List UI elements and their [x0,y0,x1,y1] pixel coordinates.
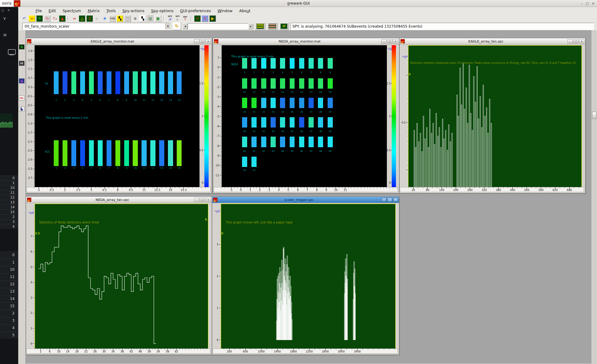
matrix-canvas-w1[interactable]: 1.91.51.10.70.3-0.1-0.5-0.9-1.3-1.7-2.1-… [26,45,210,192]
window-titlebar[interactable]: G+scaler_trigger.spc–□× [212,197,399,203]
window-minimize-button[interactable]: – [381,39,387,43]
list-item[interactable]: 13 [0,288,18,295]
close-spectrum-icon[interactable]: × [194,15,201,22]
list-item[interactable]: 14 [0,295,18,302]
menu-window[interactable]: Window [214,8,236,14]
menu-spectrum[interactable]: Spectrum [59,8,84,14]
window-minimize-button[interactable]: – [194,39,199,43]
marker-icon[interactable]: ▚ [117,15,123,22]
list-item[interactable]: 11 [0,273,18,281]
window-maximize-button[interactable]: □ [387,198,392,202]
window-maximize-button[interactable]: □ [200,39,205,43]
list-item[interactable]: 15 [0,209,18,214]
screen-maximize-button[interactable]: □ [585,2,588,5]
list-item[interactable]: 1 [0,259,18,266]
list-item[interactable]: 12 [0,281,18,288]
reload-list-button[interactable]: ↻ [172,22,181,30]
swap-axes-button[interactable]: ⇄ [279,22,288,30]
window-close-button[interactable]: × [393,39,398,43]
list-item[interactable]: 2 [0,214,18,219]
window-close-button[interactable]: × [393,198,398,202]
chevron-down-icon[interactable]: ∨ [3,16,6,21]
window-titlebar[interactable]: G+EAGLE_array_fan.spc–□× [400,38,585,45]
list-item[interactable]: 12 [0,195,18,200]
menu-file[interactable]: File [32,8,45,14]
matrix-view-toggle-2[interactable] [267,22,278,30]
spectrum-scrollbar[interactable]: ◀ ▶ [183,23,253,29]
sum-icon[interactable]: Σ [86,15,93,22]
undo-icon[interactable]: ↶ [21,15,28,22]
fit-spectrum-icon[interactable]: ▲ [59,15,66,22]
divide-2-icon[interactable]: ½ [44,15,50,22]
matrix-grid-icon[interactable]: ▦ [155,15,161,22]
spy-restart-icon[interactable]: SPY↺ [167,15,173,22]
window-titlebar[interactable]: G+NEDA_array_monitor.mat–□× [213,38,399,45]
screen-close-button[interactable]: × [592,2,595,5]
list-item[interactable]: 13 [0,200,18,205]
window-minimize-button[interactable]: – [568,39,573,43]
list-item[interactable]: 10 [0,185,18,190]
window-titlebar[interactable]: G+EAGLE_array_monitor.mat–□× [26,38,212,45]
print-icon[interactable]: ▤ [147,15,154,22]
play-icon[interactable]: ▷ [94,15,101,22]
hamburger-menu-icon[interactable]: ≡ [3,32,7,38]
monitor-icon[interactable] [8,49,16,55]
menu-edit[interactable]: Edit [45,8,59,14]
scroll-left-icon[interactable]: ◀ [183,23,188,29]
close-window-icon[interactable]: × [7,9,10,12]
menu-tools[interactable]: Tools [103,8,119,14]
spectrum-canvas-w4[interactable]: 76543210*106Statistics of Neda detectors… [26,203,210,354]
list-item[interactable]: 15 [0,302,18,310]
matrix-view-toggle-1[interactable] [255,22,265,30]
spectra-list-icon[interactable]: S [19,44,25,49]
list-item[interactable]: 2 [0,310,18,317]
list-item[interactable]: 0 [0,251,18,259]
cpu-graph-thumbnail[interactable] [0,114,13,128]
scroll-right-icon[interactable]: ▶ [248,23,253,29]
zoom-2d-icon[interactable]: ⊕ [132,15,138,22]
list-item[interactable]: 4 [0,224,18,229]
window-close-button[interactable]: × [206,198,211,202]
checkerboard-icon[interactable]: ▚ [139,15,146,22]
list-item[interactable]: 14 [0,205,18,209]
draw-style-icon[interactable]: ◆ [19,78,25,83]
menu-matrix[interactable]: Matrix [84,8,103,14]
se-icon[interactable]: SE [19,61,25,66]
window-maximize-button[interactable]: □ [200,198,205,202]
save-icon[interactable]: ▙ [19,106,25,111]
menu-spy-actions[interactable]: Spy-actions [119,8,148,14]
spectrum-canvas-w5[interactable]: 3210*104This graph moves left, just like… [212,203,398,354]
screen-minimize-button[interactable]: – [581,2,583,5]
list-item[interactable]: 1 [0,180,18,185]
inc-icon[interactable]: INC [19,95,25,100]
window-minimize-button[interactable]: – [381,198,387,202]
calibration-curve-icon[interactable]: ◠ [124,15,131,22]
menu-spy-options[interactable]: Spy-options [148,8,177,14]
close-matrix-icon[interactable]: × [202,15,208,22]
menu-gui-preferences[interactable]: GUI-preferences [177,8,214,14]
expand-x-icon[interactable]: ⇔ [71,15,78,22]
window-maximize-button[interactable]: □ [573,39,578,43]
restore-window-icon[interactable]: □ [1,9,4,12]
spy-start-icon[interactable]: SPY▸ [174,15,181,22]
splitter-handle[interactable] [592,112,596,119]
list-item[interactable]: 10 [0,266,18,273]
window-maximize-button[interactable]: □ [387,39,392,43]
combo-dropdown-icon[interactable]: ▼ [165,23,170,29]
spectrum-display-icon[interactable]: ılı [36,15,43,22]
spectrum-combo[interactable]: 00_fans_monitors_scaler ▼ [22,23,171,30]
window-close-button[interactable]: × [579,39,584,43]
menu-about[interactable]: About [236,8,254,14]
freeze-icon[interactable]: ∗ [101,15,108,22]
list-item[interactable]: 4 [0,324,18,332]
window-minimize-button[interactable]: – [194,198,199,202]
list-item[interactable]: 0 [0,175,18,180]
multiply-2-icon[interactable]: ↑₂ [51,15,58,22]
exit-icon[interactable]: ▶ [209,15,216,22]
window-titlebar[interactable]: G+NEDA_array_fan.spc–□× [26,197,212,203]
log-scale-button[interactable]: Log [109,15,116,22]
list-item[interactable]: 3 [0,219,18,224]
spy-pause-icon[interactable]: SPYII [182,15,189,22]
zoom-select-icon[interactable]: ↔ [29,15,35,22]
matrix-canvas-w2[interactable]: 10-1-2-3-4-5-6-7-8-9-10-11*1030123456789… [213,45,398,192]
